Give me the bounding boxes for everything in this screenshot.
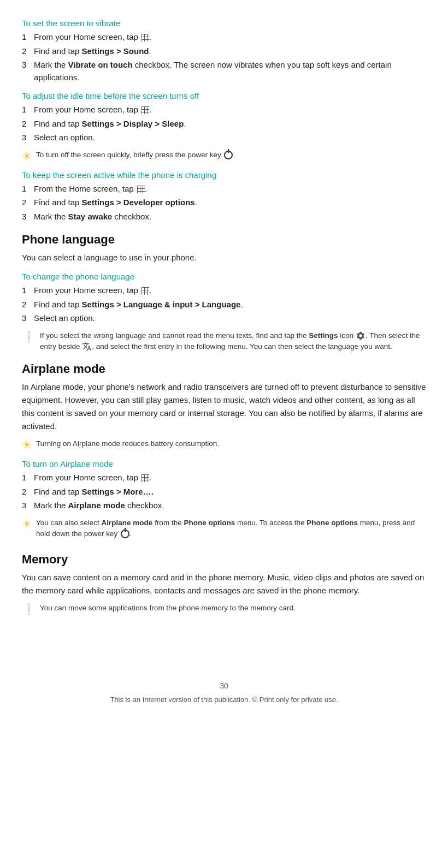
step-item: 2 Find and tap Settings > Display > Slee…: [22, 118, 426, 130]
step-text: Find and tap Settings > Sound.: [34, 45, 426, 58]
step-item: 1 From your Home screen, tap .: [22, 31, 426, 44]
step-number: 2: [22, 486, 34, 498]
step-text: Select an option.: [34, 132, 426, 144]
tip-sun-icon-airplane2: ☀: [22, 518, 32, 531]
tip-text-airplane2: You can also select Airplane mode from t…: [36, 518, 426, 540]
step-text: Find and tap Settings > Language & input…: [34, 299, 426, 311]
tip-box-airplane2: ☀ You can also select Airplane mode from…: [22, 518, 426, 540]
page-footer: 30 This is an Internet version of this p…: [22, 681, 426, 704]
step-item: 3 Mark the Vibrate on touch checkbox. Th…: [22, 59, 426, 84]
warning-box-memory: ❕ You can move some applications from th…: [22, 603, 426, 616]
memory-main-heading: Memory: [22, 552, 426, 567]
bold-text: Settings > Language & input > Language: [82, 300, 241, 309]
section-idle-time: To adjust the idle time before the scree…: [22, 91, 426, 163]
grid-icon: [142, 474, 149, 482]
tip-text-idle: To turn off the screen quickly, briefly …: [36, 150, 235, 160]
language-inline-icon: [82, 342, 92, 352]
bold-text: Airplane mode: [102, 519, 153, 527]
step-item: 3 Select an option.: [22, 312, 426, 325]
step-text: Mark the Stay awake checkbox.: [34, 211, 426, 223]
tip-text-airplane: Turning on Airplane mode reduces battery…: [36, 438, 219, 449]
grid-icon: [142, 287, 149, 295]
step-text: From your Home screen, tap .: [34, 284, 426, 297]
idle-time-heading: To adjust the idle time before the scree…: [22, 91, 426, 100]
tip-sun-icon: ☀: [22, 150, 32, 163]
grid-icon: [142, 106, 149, 114]
change-language-heading: To change the phone language: [22, 272, 426, 281]
step-text: From your Home screen, tap .: [34, 104, 426, 116]
airplane-mode-description: In Airplane mode, your phone's network a…: [22, 381, 426, 433]
step-number: 3: [22, 59, 34, 72]
step-item: 2 Find and tap Settings > Developer opti…: [22, 197, 426, 209]
change-language-steps: 1 From your Home screen, tap . 2 Find an…: [22, 284, 426, 325]
step-number: 1: [22, 31, 34, 44]
step-text: From your Home screen, tap .: [34, 472, 426, 484]
step-text: Select an option.: [34, 312, 426, 325]
idle-time-steps: 1 From your Home screen, tap . 2 Find an…: [22, 104, 426, 144]
step-item: 2 Find and tap Settings > More….: [22, 486, 426, 498]
step-text: Find and tap Settings > More….: [34, 486, 426, 498]
step-text: Find and tap Settings > Display > Sleep.: [34, 118, 426, 130]
tip-box-idle: ☀ To turn off the screen quickly, briefl…: [22, 150, 426, 163]
screen-active-steps: 1 From the Home screen, tap . 2 Find and…: [22, 183, 426, 223]
step-number: 3: [22, 312, 34, 325]
bold-text: Vibrate on touch: [68, 60, 133, 69]
step-item: 1 From your Home screen, tap .: [22, 284, 426, 297]
power-key-icon: [224, 151, 233, 159]
bold-text: Settings: [309, 331, 338, 340]
step-number: 1: [22, 284, 34, 297]
bold-text: Settings > Display > Sleep: [82, 119, 184, 128]
step-text: Mark the Airplane mode checkbox.: [34, 500, 426, 512]
bold-text: Settings > More….: [82, 487, 154, 496]
phone-language-main-heading: Phone language: [22, 233, 426, 247]
screen-active-heading: To keep the screen active while the phon…: [22, 170, 426, 180]
airplane-mode-main-heading: Airplane mode: [22, 362, 426, 376]
section-airplane-mode: Airplane mode In Airplane mode, your pho…: [22, 362, 426, 539]
bold-text: Settings > Developer options: [82, 198, 195, 207]
warning-icon: ❕: [22, 330, 36, 343]
page-number: 30: [22, 681, 426, 690]
phone-language-description: You can select a language to use in your…: [22, 251, 426, 264]
step-text: From your Home screen, tap .: [34, 31, 426, 44]
step-number: 2: [22, 299, 34, 311]
section-screen-active: To keep the screen active while the phon…: [22, 170, 426, 223]
power-key-icon2: [121, 530, 129, 538]
step-item: 3 Mark the Stay awake checkbox.: [22, 211, 426, 223]
footer-notice: This is an Internet version of this publ…: [22, 695, 426, 704]
step-item: 1 From your Home screen, tap .: [22, 472, 426, 484]
warning-text-memory: You can move some applications from the …: [40, 603, 296, 614]
step-item: 3 Mark the Airplane mode checkbox.: [22, 500, 426, 512]
section-phone-language: Phone language You can select a language…: [22, 233, 426, 352]
set-vibrate-steps: 1 From your Home screen, tap . 2 Find an…: [22, 31, 426, 84]
step-item: 2 Find and tap Settings > Language & inp…: [22, 299, 426, 311]
step-number: 1: [22, 472, 34, 484]
step-number: 2: [22, 118, 34, 130]
grid-icon: [142, 34, 149, 41]
warning-text-language: If you select the wrong language and can…: [40, 330, 426, 353]
section-set-vibrate: To set the screen to vibrate 1 From your…: [22, 19, 426, 84]
step-number: 2: [22, 45, 34, 58]
bold-text: Airplane mode: [68, 501, 125, 510]
step-number: 3: [22, 132, 34, 144]
warning-icon-memory: ❕: [22, 603, 36, 616]
settings-inline-icon: [356, 331, 366, 341]
grid-icon: [137, 186, 145, 193]
bold-text: Phone options: [306, 519, 358, 527]
section-memory: Memory You can save content on a memory …: [22, 552, 426, 616]
step-number: 3: [22, 211, 34, 223]
step-number: 2: [22, 197, 34, 209]
step-text: Mark the Vibrate on touch checkbox. The …: [34, 59, 426, 84]
step-item: 1 From the Home screen, tap .: [22, 183, 426, 195]
step-number: 1: [22, 104, 34, 116]
bold-text: Stay awake: [68, 212, 113, 221]
step-item: 2 Find and tap Settings > Sound.: [22, 45, 426, 58]
step-number: 1: [22, 183, 34, 195]
warning-box-language: ❕ If you select the wrong language and c…: [22, 330, 426, 353]
turn-on-airplane-steps: 1 From your Home screen, tap . 2 Find an…: [22, 472, 426, 512]
bold-text: Phone options: [184, 519, 235, 527]
step-item: 3 Select an option.: [22, 132, 426, 144]
step-text: Find and tap Settings > Developer option…: [34, 197, 426, 209]
step-number: 3: [22, 500, 34, 512]
memory-description: You can save content on a memory card an…: [22, 571, 426, 597]
step-item: 1 From your Home screen, tap .: [22, 104, 426, 116]
